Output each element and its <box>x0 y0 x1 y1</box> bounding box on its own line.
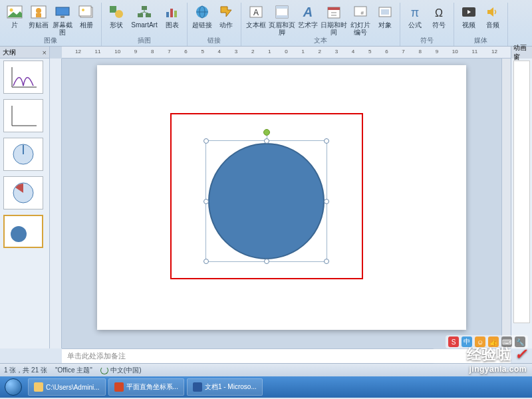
resize-handle-e[interactable] <box>324 199 329 204</box>
svg-rect-5 <box>56 7 69 15</box>
svg-rect-19 <box>170 9 173 17</box>
svg-rect-10 <box>110 6 116 13</box>
ime-s-icon[interactable]: S <box>448 336 459 347</box>
taskbar: C:\Users\Admini...平面直角坐标系...文档1 - Micros… <box>0 376 532 398</box>
ruler-tick: 7 <box>402 49 404 55</box>
center-area: 1211109876543210123456789101112 <box>50 47 511 348</box>
resize-handle-nw[interactable] <box>203 138 209 144</box>
equation-icon: π <box>407 4 423 20</box>
group-label-insert: 插图 <box>102 36 187 45</box>
horizontal-ruler: 1211109876543210123456789101112 <box>62 47 511 59</box>
equation-button[interactable]: π公式 <box>403 3 427 36</box>
smartart-button[interactable]: SmartArt <box>128 3 160 36</box>
slide-canvas[interactable] <box>97 65 466 330</box>
slide-thumbnail[interactable] <box>3 99 43 132</box>
ruler-tick: 12 <box>75 49 81 55</box>
textbox-button[interactable]: A文本框 <box>244 3 268 36</box>
picture-button[interactable]: 片 <box>3 3 27 36</box>
app-icon <box>193 382 202 392</box>
outline-header: 大纲 × <box>0 47 49 59</box>
refresh-icon <box>100 366 108 374</box>
thumbnail-list[interactable] <box>0 59 49 348</box>
taskbar-item-label: C:\Users\Admini... <box>46 384 100 391</box>
svg-point-1 <box>10 9 13 12</box>
slide-container[interactable] <box>62 59 501 348</box>
resize-handle-s[interactable] <box>264 259 269 264</box>
svg-rect-27 <box>276 6 288 9</box>
wordart-button[interactable]: A艺术字 <box>296 3 320 36</box>
watermark-brand: 经验啦 <box>467 346 511 362</box>
status-slide-count: 1 张，共 21 张 <box>4 366 47 375</box>
slide-thumbnail[interactable] <box>3 176 43 209</box>
ribbon-group-images: 片 剪贴画 屏幕截图 相册 图像 <box>0 3 102 46</box>
status-bar: 1 张，共 21 张 "Office 主题" 中文(中国) <box>0 363 532 376</box>
vertical-ruler <box>50 59 62 348</box>
taskbar-item[interactable]: 平面直角坐标系... <box>108 378 184 396</box>
svg-text:#: # <box>361 10 364 16</box>
resize-handle-se[interactable] <box>324 259 329 264</box>
ruler-tick: 10 <box>114 49 120 55</box>
svg-rect-8 <box>79 6 91 16</box>
ruler-tick: 3 <box>235 49 237 55</box>
ruler-tick: 6 <box>385 49 388 55</box>
ruler-tick: 12 <box>491 49 497 55</box>
resize-handle-sw[interactable] <box>203 259 209 264</box>
album-button[interactable]: 相册 <box>74 3 98 36</box>
svg-rect-31 <box>328 7 340 10</box>
ruler-tick: 9 <box>134 49 137 55</box>
svg-point-9 <box>82 9 84 11</box>
selection-box[interactable] <box>205 140 327 262</box>
start-button[interactable] <box>0 376 27 398</box>
taskbar-item[interactable]: C:\Users\Admini... <box>28 378 106 396</box>
slide-thumbnail-selected[interactable] <box>3 215 43 248</box>
group-label-text: 文本 <box>241 36 400 45</box>
slide-thumbnail[interactable] <box>3 61 43 94</box>
animation-pane-body[interactable] <box>513 61 530 323</box>
ruler-tick: 4 <box>352 49 354 55</box>
app-icon <box>34 382 43 392</box>
ribbon-group-symbols: π公式 Ω符号 符号 <box>400 3 454 46</box>
svg-rect-13 <box>138 13 143 17</box>
rotation-handle[interactable] <box>263 129 270 136</box>
taskbar-item[interactable]: 文档1 - Microso... <box>187 378 263 396</box>
ribbon-group-insert: 形状 SmartArt 图表 插图 <box>102 3 188 46</box>
ribbon: 片 剪贴画 屏幕截图 相册 图像 形状 SmartArt 图表 插图 超链接 动… <box>0 0 532 47</box>
animation-pane-title: 动画窗 <box>511 47 532 59</box>
watermark: 经验啦 ✓ jingyanla.com <box>467 344 527 374</box>
screenshot-button[interactable]: 屏幕截图 <box>51 3 74 36</box>
vertical-scrollbar[interactable] <box>501 59 511 348</box>
resize-handle-n[interactable] <box>264 138 269 144</box>
ruler-tick: 1 <box>301 49 304 55</box>
video-button[interactable]: 视频 <box>457 3 481 36</box>
headerfooter-button[interactable]: 页眉和页脚 <box>268 3 296 36</box>
ruler-tick: 1 <box>268 49 271 55</box>
svg-text:Ω: Ω <box>435 7 443 19</box>
slidenumber-button[interactable]: #幻灯片编号 <box>348 3 373 36</box>
clipart-button[interactable]: 剪贴画 <box>27 3 51 36</box>
smartart-icon <box>136 4 152 20</box>
shapes-button[interactable]: 形状 <box>104 3 128 36</box>
ruler-tick: 5 <box>368 49 371 55</box>
svg-line-17 <box>144 12 148 13</box>
ruler-tick: 8 <box>151 49 154 55</box>
svg-rect-14 <box>146 13 151 17</box>
resize-handle-ne[interactable] <box>324 138 329 144</box>
svg-rect-28 <box>276 15 288 18</box>
object-button[interactable]: 对象 <box>373 3 397 36</box>
datetime-button[interactable]: 日期和时间 <box>320 3 348 36</box>
outline-tab[interactable]: 大纲 <box>3 48 16 57</box>
action-button[interactable]: 动作 <box>214 3 238 36</box>
status-language: 中文(中国) <box>110 366 142 374</box>
symbol-button[interactable]: Ω符号 <box>427 3 451 36</box>
svg-point-49 <box>11 226 27 242</box>
slide-thumbnail[interactable] <box>3 138 43 171</box>
resize-handle-w[interactable] <box>203 199 209 204</box>
chart-button[interactable]: 图表 <box>160 3 184 36</box>
svg-point-11 <box>115 10 123 18</box>
hyperlink-button[interactable]: 超链接 <box>190 3 214 36</box>
group-label-images: 图像 <box>0 36 101 45</box>
audio-button[interactable]: 音频 <box>481 3 505 36</box>
ruler-tick: 10 <box>452 49 458 55</box>
close-icon[interactable]: × <box>43 49 47 57</box>
ruler-tick: 3 <box>335 49 338 55</box>
